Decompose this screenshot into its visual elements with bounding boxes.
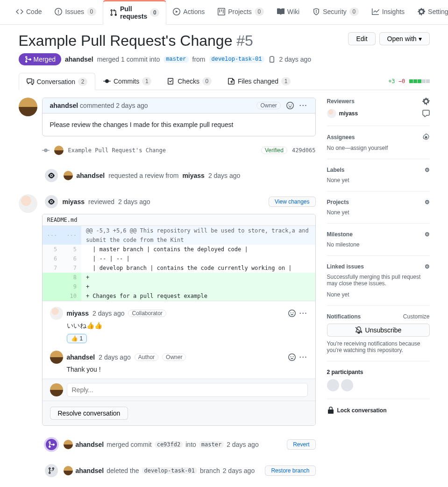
- participant-2[interactable]: [341, 379, 353, 391]
- tab-wiki[interactable]: Wiki: [270, 0, 306, 24]
- kebab-icon[interactable]: ···: [299, 102, 308, 109]
- revert-button[interactable]: Revert: [287, 439, 315, 450]
- lock-label: Lock conversation: [337, 407, 387, 414]
- open-with-button[interactable]: Open with ▾: [379, 32, 430, 45]
- head-branch[interactable]: develop-task-01: [209, 56, 264, 63]
- commits-count: 1: [142, 77, 151, 85]
- tab-settings[interactable]: Settings: [411, 0, 448, 24]
- merge-author[interactable]: ahandsel: [65, 56, 93, 63]
- gear-icon-2[interactable]: [422, 98, 430, 105]
- inline-avatar-2[interactable]: [50, 351, 63, 364]
- diff-line[interactable]: 9+: [43, 282, 315, 291]
- reaction-emoji: 👍: [71, 335, 78, 342]
- prtab-conversation[interactable]: Conversation 2: [19, 73, 96, 90]
- diff-table: ······@@ -5,3 +5,6 @@ This repository wi…: [43, 226, 315, 301]
- event-avatar[interactable]: [64, 171, 73, 180]
- resolve-conversation-button[interactable]: Resolve conversation: [50, 407, 128, 420]
- sb-projects-title: Projects: [327, 199, 349, 205]
- inline-avatar-1[interactable]: [50, 307, 63, 320]
- commit-avatar[interactable]: [54, 146, 64, 155]
- gear-icon-3[interactable]: [422, 134, 430, 141]
- diff-line[interactable]: 55 | master branch | contains the deploy…: [43, 245, 315, 254]
- tab-settings-label: Settings: [428, 8, 448, 15]
- comment-author[interactable]: ahandsel: [50, 102, 78, 109]
- avatar-ahandsel[interactable]: [19, 98, 37, 116]
- reply-input[interactable]: [67, 383, 308, 397]
- commit-sha[interactable]: 429d065: [292, 147, 316, 154]
- tab-insights[interactable]: Insights: [365, 0, 411, 24]
- tab-projects[interactable]: Projects 0: [211, 0, 270, 24]
- tab-security[interactable]: Security 0: [306, 0, 365, 24]
- comment-action: commented: [80, 102, 114, 109]
- diff-del: −0: [398, 78, 405, 85]
- verified-badge[interactable]: Verified: [261, 147, 287, 154]
- restore-branch-button[interactable]: Restore branch: [265, 466, 315, 476]
- participant-1[interactable]: [327, 379, 339, 391]
- gear-icon-4[interactable]: ⚙: [425, 167, 430, 173]
- copy-icon[interactable]: [268, 56, 276, 63]
- edit-button[interactable]: Edit: [348, 32, 375, 45]
- commit-message[interactable]: Example Pull Request's Change: [68, 147, 256, 154]
- file-diff-icon: [228, 78, 235, 85]
- reply-avatar[interactable]: [50, 383, 63, 396]
- inline1-badge: Collaborator: [128, 310, 166, 317]
- deleted-avatar[interactable]: [64, 466, 73, 475]
- sb-notif-customize[interactable]: Customize: [403, 313, 430, 320]
- tab-issues[interactable]: Issues 0: [48, 0, 102, 24]
- state-label: Merged: [34, 56, 56, 63]
- eye-marker: [44, 168, 59, 183]
- merged-sha[interactable]: ce93fd2: [155, 441, 183, 448]
- diff-line[interactable]: 77 | develop branch | contains the code …: [43, 263, 315, 273]
- deleted-branch[interactable]: develop-task-01: [142, 467, 197, 474]
- lock-conversation[interactable]: Lock conversation: [327, 407, 430, 414]
- reaction-thumbsup[interactable]: 👍 1: [67, 334, 87, 343]
- req-reviewer[interactable]: miyass: [182, 172, 204, 179]
- file-name[interactable]: README.md: [43, 214, 315, 226]
- deleted-author[interactable]: ahandsel: [76, 467, 104, 474]
- base-branch[interactable]: master: [164, 56, 188, 63]
- gear-icon-6[interactable]: ⚙: [425, 231, 430, 238]
- reviewer-name[interactable]: miyass: [339, 110, 358, 117]
- gear-icon-5[interactable]: ⚙: [425, 199, 430, 205]
- repo-tabnav: Code Issues 0 Pull requests 0 Actions Pr…: [0, 0, 448, 25]
- sb-linked-desc: Successfully merging this pull request m…: [327, 274, 430, 287]
- inline2-author[interactable]: ahandsel: [67, 353, 95, 361]
- sb-assignees-text[interactable]: No one—assign yourself: [327, 145, 430, 151]
- avatar-miyass[interactable]: [19, 194, 37, 213]
- merged-branch[interactable]: master: [199, 441, 224, 448]
- prtab-checks[interactable]: Checks 0: [159, 73, 220, 90]
- tab-actions[interactable]: Actions: [166, 0, 211, 24]
- diff-line[interactable]: 8+: [43, 273, 315, 282]
- inline1-author[interactable]: miyass: [67, 310, 89, 317]
- kebab-icon-2[interactable]: ···: [299, 310, 308, 317]
- tab-code[interactable]: Code: [9, 0, 48, 24]
- prtab-files[interactable]: Files changed 1: [220, 73, 299, 90]
- kebab-icon-3[interactable]: ···: [299, 353, 308, 361]
- unsubscribe-button[interactable]: Unsubscribe: [327, 324, 430, 337]
- tab-issues-label: Issues: [65, 8, 84, 15]
- inline2-when: 2 days ago: [99, 353, 131, 361]
- reviewer-avatar[interactable]: [327, 109, 336, 118]
- diff-line[interactable]: 66 | -- | -- |: [43, 254, 315, 263]
- review-author[interactable]: miyass: [63, 198, 85, 205]
- diff-line[interactable]: 10+ Changes for a pull request example: [43, 291, 315, 301]
- merged-author[interactable]: ahandsel: [76, 441, 104, 448]
- smiley-icon[interactable]: [286, 102, 294, 109]
- prtab-commits[interactable]: Commits 1: [95, 73, 159, 90]
- smiley-icon-2[interactable]: [288, 310, 296, 317]
- merged-when: 2 days ago: [227, 441, 259, 448]
- play-icon: [173, 8, 180, 15]
- req-when: 2 days ago: [208, 172, 241, 179]
- pr-number: #5: [236, 32, 253, 49]
- merge-icon: [24, 56, 32, 63]
- pulls-count: 0: [150, 8, 159, 17]
- gear-icon-7[interactable]: ⚙: [425, 263, 430, 270]
- tab-pulls[interactable]: Pull requests 0: [103, 0, 166, 25]
- shield-icon: [313, 8, 320, 15]
- smiley-icon-3[interactable]: [288, 353, 296, 361]
- comment-icon[interactable]: [422, 110, 430, 117]
- merged-avatar[interactable]: [64, 440, 73, 449]
- req-author[interactable]: ahandsel: [77, 172, 105, 179]
- view-changes-button[interactable]: View changes: [269, 197, 316, 207]
- pull-request-icon: [110, 9, 117, 16]
